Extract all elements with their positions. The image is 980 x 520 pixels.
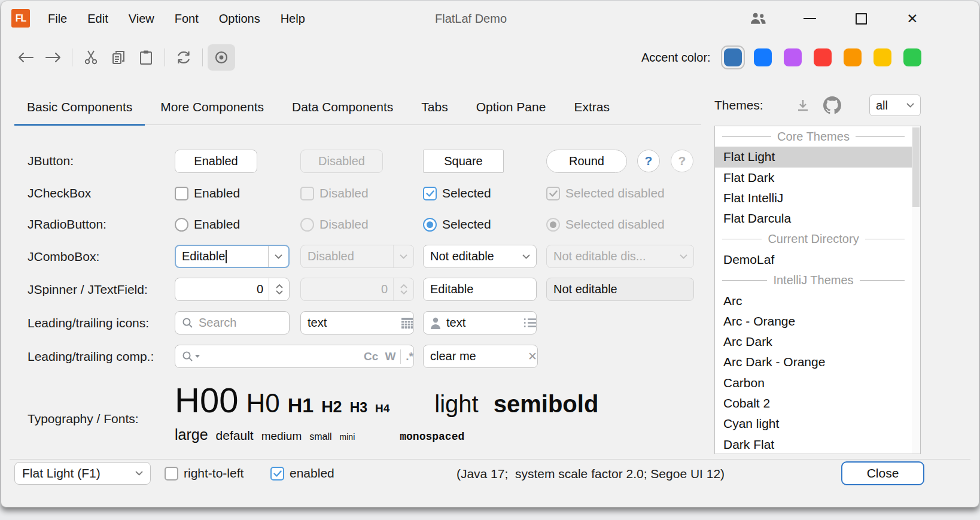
search-placeholder: Search xyxy=(199,316,236,330)
combobox-value: Not editable xyxy=(430,250,494,263)
spinner-buttons[interactable] xyxy=(269,278,289,300)
close-button[interactable]: ✕ xyxy=(905,11,920,26)
noneditable-combobox[interactable]: Not editable xyxy=(423,245,537,268)
chevron-down-icon xyxy=(400,290,407,294)
spinner[interactable]: 0 xyxy=(175,278,290,301)
regex-toggle[interactable]: .* xyxy=(406,350,413,363)
radio-selected-icon xyxy=(546,218,560,232)
calendar-icon[interactable] xyxy=(401,317,413,329)
menu-help[interactable]: Help xyxy=(281,12,305,26)
menu-view[interactable]: View xyxy=(129,12,154,26)
cut-button[interactable] xyxy=(77,44,105,71)
editable-textfield[interactable]: Editable xyxy=(423,278,537,301)
chevron-down-icon[interactable] xyxy=(516,245,536,267)
theme-list-item[interactable]: Cobalt 2 xyxy=(715,393,912,413)
paste-button[interactable] xyxy=(132,44,160,71)
enabled-checkbox[interactable]: enabled xyxy=(270,464,334,482)
jspinner-row-label: JSpinner / JTextField: xyxy=(28,282,148,297)
accent-swatch-blue[interactable] xyxy=(754,48,772,66)
theme-list-item[interactable]: Arc Dark - Orange xyxy=(715,352,912,372)
themes-scrollbar-thumb[interactable] xyxy=(912,127,920,207)
tab-tabs[interactable]: Tabs xyxy=(409,90,460,124)
search-field-with-options[interactable]: Cc W .* xyxy=(175,345,414,368)
text-field-with-user[interactable]: text xyxy=(423,311,537,334)
editable-combobox[interactable]: Editable xyxy=(175,245,290,268)
clearable-field[interactable]: clear me ✕ xyxy=(423,345,538,368)
text-field-with-calendar[interactable]: text xyxy=(300,311,414,334)
accent-swatch-orange[interactable] xyxy=(844,48,862,66)
theme-list-item[interactable]: Dark Flat xyxy=(715,434,912,454)
radio-enabled[interactable]: Enabled xyxy=(175,215,240,233)
search-field[interactable]: Search xyxy=(175,311,290,334)
radio-selected[interactable]: Selected xyxy=(423,215,491,233)
right-to-left-checkbox[interactable]: right-to-left xyxy=(165,464,244,482)
maximize-button[interactable] xyxy=(853,11,869,26)
accent-swatch-yellow[interactable] xyxy=(874,48,891,66)
refresh-button[interactable] xyxy=(170,44,197,71)
theme-list-item[interactable]: Flat Dark xyxy=(715,168,912,188)
theme-list-item[interactable]: DemoLaf xyxy=(715,250,912,270)
checkbox-enabled[interactable]: Enabled xyxy=(175,184,240,202)
app-window: FL File Edit View Font Options Help Flat… xyxy=(1,1,979,507)
users-icon[interactable] xyxy=(750,11,766,26)
h00-sample: H00 xyxy=(175,380,238,420)
round-button[interactable]: Round xyxy=(546,150,627,173)
theme-list-item[interactable]: Carbon xyxy=(715,373,912,393)
tab-more-components[interactable]: More Components xyxy=(148,90,276,124)
bottom-separator xyxy=(10,459,970,460)
whole-word-toggle[interactable]: W xyxy=(385,350,395,363)
close-dialog-button[interactable]: Close xyxy=(841,461,924,485)
themes-filter-combobox[interactable]: all xyxy=(869,95,921,116)
theme-list-item[interactable]: Flat IntelliJ xyxy=(715,188,912,208)
help-button[interactable]: ? xyxy=(637,150,660,172)
match-case-toggle[interactable]: Cc xyxy=(364,350,378,363)
accent-swatch-green[interactable] xyxy=(903,48,921,66)
chevron-down-icon xyxy=(393,245,413,267)
toolbar-separator xyxy=(165,48,165,66)
checkbox-disabled: Disabled xyxy=(300,184,369,202)
theme-list-item[interactable]: Cyan light xyxy=(715,413,912,434)
theme-list-item[interactable]: Flat Darcula xyxy=(715,208,912,229)
accent-swatch-purple[interactable] xyxy=(784,48,802,66)
search-with-dropdown-icon[interactable] xyxy=(182,351,200,362)
github-icon[interactable] xyxy=(823,96,841,114)
light-sample: light xyxy=(434,391,478,418)
accent-swatch-default-blue[interactable] xyxy=(724,48,742,66)
menu-options[interactable]: Options xyxy=(219,12,260,26)
back-button[interactable] xyxy=(12,44,39,71)
download-icon[interactable] xyxy=(796,98,810,112)
laf-combobox[interactable]: Flat Light (F1) xyxy=(14,462,151,485)
enabled-button[interactable]: Enabled xyxy=(175,150,257,173)
themes-header: Themes: all xyxy=(714,92,921,118)
tab-data-components[interactable]: Data Components xyxy=(279,90,406,124)
chevron-down-icon[interactable] xyxy=(268,246,288,267)
user-icon xyxy=(430,317,441,329)
theme-list-item[interactable]: Arc xyxy=(715,290,912,311)
list-icon[interactable] xyxy=(524,318,536,328)
toolbar-separator xyxy=(72,48,72,66)
copy-button[interactable] xyxy=(105,44,132,71)
checkbox-label: enabled xyxy=(290,466,334,481)
theme-list-item[interactable]: Arc Dark xyxy=(715,332,912,352)
h4-sample: H4 xyxy=(375,402,389,415)
square-button[interactable]: Square xyxy=(423,150,504,173)
accent-swatch-red[interactable] xyxy=(814,48,832,66)
chevron-down-icon xyxy=(906,103,914,108)
tab-option-pane[interactable]: Option Pane xyxy=(464,90,559,124)
menu-font[interactable]: Font xyxy=(175,12,199,26)
jcombobox-row-label: JComboBox: xyxy=(28,250,99,264)
tab-extras[interactable]: Extras xyxy=(561,90,622,124)
checkbox-selected[interactable]: Selected xyxy=(423,184,491,202)
theme-list-item[interactable]: Flat Light xyxy=(715,147,912,167)
forward-button[interactable] xyxy=(39,44,67,71)
menu-file[interactable]: File xyxy=(48,12,67,26)
menu-edit[interactable]: Edit xyxy=(87,12,108,26)
app-logo: FL xyxy=(11,9,30,28)
show-hint-toggle-button[interactable] xyxy=(208,44,235,71)
themes-scrollbar[interactable] xyxy=(912,126,920,454)
minimize-button[interactable] xyxy=(802,11,817,26)
theme-group-separator: IntelliJ Themes xyxy=(715,270,912,290)
tab-basic-components[interactable]: Basic Components xyxy=(14,90,145,124)
clear-icon[interactable]: ✕ xyxy=(528,349,537,363)
theme-list-item[interactable]: Arc - Orange xyxy=(715,311,912,332)
